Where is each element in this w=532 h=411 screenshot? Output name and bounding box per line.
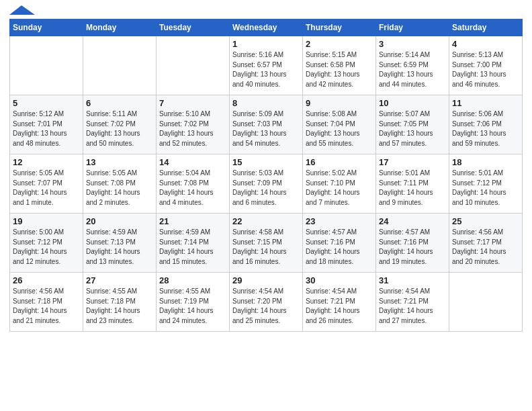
day-info: Sunrise: 5:05 AM Sunset: 7:07 PM Dayligh…	[13, 169, 80, 208]
day-info: Sunrise: 5:01 AM Sunset: 7:12 PM Dayligh…	[452, 169, 519, 208]
day-number: 5	[13, 98, 80, 108]
day-info: Sunrise: 5:10 AM Sunset: 7:02 PM Dayligh…	[159, 109, 226, 148]
calendar-week-row: 19Sunrise: 5:00 AM Sunset: 7:12 PM Dayli…	[10, 214, 523, 273]
day-number: 17	[379, 157, 446, 167]
day-info: Sunrise: 4:58 AM Sunset: 7:15 PM Dayligh…	[232, 228, 300, 267]
day-info: Sunrise: 5:00 AM Sunset: 7:12 PM Dayligh…	[13, 228, 80, 267]
day-number: 19	[13, 216, 80, 226]
calendar-week-row: 5Sunrise: 5:12 AM Sunset: 7:01 PM Daylig…	[10, 95, 523, 154]
calendar-cell: 23Sunrise: 4:57 AM Sunset: 7:16 PM Dayli…	[303, 214, 376, 273]
weekday-header: Friday	[376, 19, 449, 36]
day-info: Sunrise: 4:57 AM Sunset: 7:16 PM Dayligh…	[306, 228, 373, 267]
day-info: Sunrise: 5:16 AM Sunset: 6:57 PM Dayligh…	[232, 50, 300, 89]
calendar-cell: 20Sunrise: 4:59 AM Sunset: 7:13 PM Dayli…	[83, 214, 157, 273]
day-number: 30	[306, 275, 373, 285]
day-info: Sunrise: 4:54 AM Sunset: 7:21 PM Dayligh…	[306, 287, 373, 326]
day-info: Sunrise: 5:12 AM Sunset: 7:01 PM Dayligh…	[13, 109, 80, 148]
day-number: 20	[86, 216, 153, 226]
calendar-cell: 16Sunrise: 5:02 AM Sunset: 7:10 PM Dayli…	[303, 154, 376, 214]
day-info: Sunrise: 4:55 AM Sunset: 7:18 PM Dayligh…	[86, 287, 153, 326]
day-number: 14	[159, 157, 226, 167]
day-number: 3	[379, 39, 446, 49]
day-info: Sunrise: 4:56 AM Sunset: 7:17 PM Dayligh…	[452, 228, 519, 267]
calendar: SundayMondayTuesdayWednesdayThursdayFrid…	[9, 19, 523, 332]
day-number: 6	[86, 98, 153, 108]
weekday-header: Saturday	[449, 19, 523, 36]
calendar-cell: 21Sunrise: 4:59 AM Sunset: 7:14 PM Dayli…	[157, 214, 230, 273]
calendar-week-row: 1Sunrise: 5:16 AM Sunset: 6:57 PM Daylig…	[10, 36, 523, 95]
calendar-cell: 11Sunrise: 5:06 AM Sunset: 7:06 PM Dayli…	[449, 95, 523, 154]
calendar-cell: 18Sunrise: 5:01 AM Sunset: 7:12 PM Dayli…	[449, 154, 523, 214]
calendar-cell: 19Sunrise: 5:00 AM Sunset: 7:12 PM Dayli…	[10, 214, 83, 273]
day-info: Sunrise: 4:54 AM Sunset: 7:21 PM Dayligh…	[379, 287, 446, 326]
calendar-cell: 31Sunrise: 4:54 AM Sunset: 7:21 PM Dayli…	[376, 273, 449, 332]
day-number: 16	[306, 157, 373, 167]
calendar-cell: 29Sunrise: 4:54 AM Sunset: 7:20 PM Dayli…	[230, 273, 303, 332]
calendar-cell: 22Sunrise: 4:58 AM Sunset: 7:15 PM Dayli…	[230, 214, 303, 273]
calendar-cell: 25Sunrise: 4:56 AM Sunset: 7:17 PM Dayli…	[449, 214, 523, 273]
svg-marker-0	[9, 5, 35, 15]
day-number: 22	[232, 216, 300, 226]
day-number: 11	[452, 98, 519, 108]
calendar-cell	[83, 36, 157, 95]
day-info: Sunrise: 4:55 AM Sunset: 7:19 PM Dayligh…	[159, 287, 226, 326]
day-info: Sunrise: 5:15 AM Sunset: 6:58 PM Dayligh…	[306, 50, 373, 89]
day-info: Sunrise: 4:56 AM Sunset: 7:18 PM Dayligh…	[13, 287, 80, 326]
day-number: 31	[379, 275, 446, 285]
calendar-cell: 2Sunrise: 5:15 AM Sunset: 6:58 PM Daylig…	[303, 36, 376, 95]
calendar-cell: 14Sunrise: 5:04 AM Sunset: 7:08 PM Dayli…	[157, 154, 230, 214]
calendar-cell: 17Sunrise: 5:01 AM Sunset: 7:11 PM Dayli…	[376, 154, 449, 214]
day-number: 13	[86, 157, 153, 167]
header	[9, 7, 523, 15]
calendar-cell: 10Sunrise: 5:07 AM Sunset: 7:05 PM Dayli…	[376, 95, 449, 154]
calendar-cell: 15Sunrise: 5:03 AM Sunset: 7:09 PM Dayli…	[230, 154, 303, 214]
calendar-cell: 24Sunrise: 4:57 AM Sunset: 7:16 PM Dayli…	[376, 214, 449, 273]
day-info: Sunrise: 5:04 AM Sunset: 7:08 PM Dayligh…	[159, 169, 226, 208]
calendar-cell: 9Sunrise: 5:08 AM Sunset: 7:04 PM Daylig…	[303, 95, 376, 154]
weekday-header: Sunday	[10, 19, 83, 36]
day-number: 28	[159, 275, 226, 285]
day-info: Sunrise: 5:06 AM Sunset: 7:06 PM Dayligh…	[452, 109, 519, 148]
day-info: Sunrise: 5:09 AM Sunset: 7:03 PM Dayligh…	[232, 109, 300, 148]
logo	[9, 7, 35, 15]
day-number: 12	[13, 157, 80, 167]
calendar-cell: 27Sunrise: 4:55 AM Sunset: 7:18 PM Dayli…	[83, 273, 157, 332]
day-number: 29	[232, 275, 300, 285]
calendar-week-row: 26Sunrise: 4:56 AM Sunset: 7:18 PM Dayli…	[10, 273, 523, 332]
day-info: Sunrise: 4:59 AM Sunset: 7:13 PM Dayligh…	[86, 228, 153, 267]
weekday-header: Thursday	[303, 19, 376, 36]
page: SundayMondayTuesdayWednesdayThursdayFrid…	[0, 0, 532, 411]
day-number: 21	[159, 216, 226, 226]
day-number: 23	[306, 216, 373, 226]
weekday-header: Wednesday	[230, 19, 303, 36]
day-number: 15	[232, 157, 300, 167]
day-info: Sunrise: 5:08 AM Sunset: 7:04 PM Dayligh…	[306, 109, 373, 148]
calendar-cell: 5Sunrise: 5:12 AM Sunset: 7:01 PM Daylig…	[10, 95, 83, 154]
calendar-cell: 12Sunrise: 5:05 AM Sunset: 7:07 PM Dayli…	[10, 154, 83, 214]
day-number: 26	[13, 275, 80, 285]
day-number: 25	[452, 216, 519, 226]
day-info: Sunrise: 5:07 AM Sunset: 7:05 PM Dayligh…	[379, 109, 446, 148]
weekday-header: Tuesday	[157, 19, 230, 36]
day-number: 4	[452, 39, 519, 49]
calendar-cell: 3Sunrise: 5:14 AM Sunset: 6:59 PM Daylig…	[376, 36, 449, 95]
day-info: Sunrise: 5:05 AM Sunset: 7:08 PM Dayligh…	[86, 169, 153, 208]
calendar-cell: 6Sunrise: 5:11 AM Sunset: 7:02 PM Daylig…	[83, 95, 157, 154]
logo-icon	[9, 5, 35, 15]
day-number: 10	[379, 98, 446, 108]
day-info: Sunrise: 5:11 AM Sunset: 7:02 PM Dayligh…	[86, 109, 153, 148]
day-number: 9	[306, 98, 373, 108]
day-number: 24	[379, 216, 446, 226]
day-number: 8	[232, 98, 300, 108]
calendar-cell: 28Sunrise: 4:55 AM Sunset: 7:19 PM Dayli…	[157, 273, 230, 332]
calendar-week-row: 12Sunrise: 5:05 AM Sunset: 7:07 PM Dayli…	[10, 154, 523, 214]
day-number: 7	[159, 98, 226, 108]
day-info: Sunrise: 5:01 AM Sunset: 7:11 PM Dayligh…	[379, 169, 446, 208]
calendar-cell: 13Sunrise: 5:05 AM Sunset: 7:08 PM Dayli…	[83, 154, 157, 214]
day-number: 2	[306, 39, 373, 49]
weekday-header-row: SundayMondayTuesdayWednesdayThursdayFrid…	[10, 19, 523, 36]
calendar-cell	[449, 273, 523, 332]
day-info: Sunrise: 5:03 AM Sunset: 7:09 PM Dayligh…	[232, 169, 300, 208]
calendar-cell: 7Sunrise: 5:10 AM Sunset: 7:02 PM Daylig…	[157, 95, 230, 154]
day-number: 27	[86, 275, 153, 285]
